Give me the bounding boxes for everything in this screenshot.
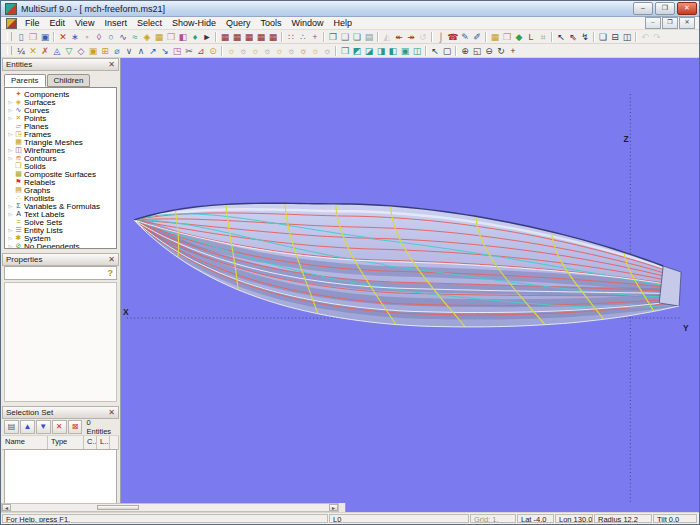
selection-set-list[interactable] [4,449,117,505]
toggle-cube-button[interactable]: ❒ [501,31,513,43]
redo-button[interactable]: ↷ [651,31,663,43]
shrink-curve-button[interactable]: ↘ [159,45,171,57]
insert-point-button[interactable]: ∗ [69,31,81,43]
insert-curve-button[interactable]: ∿ [117,31,129,43]
snap-points-button[interactable]: ∴ [297,31,309,43]
library-button[interactable]: ▤ [363,31,375,43]
display-wireframe-button[interactable]: ❒ [339,45,351,57]
insert-contour-button[interactable]: ♦ [189,31,201,43]
front-view-button[interactable]: ▦ [219,31,231,43]
menu-show-hide[interactable]: Show-Hide [167,17,221,29]
minimize-button[interactable]: – [633,2,653,15]
upper-bound-button[interactable]: ∧ [135,45,147,57]
insert-snake-button[interactable]: ≈ [129,31,141,43]
next-entity-button[interactable]: ↠ [405,31,417,43]
child-close-button[interactable]: ✕ [679,17,695,29]
edit-curve-button[interactable]: ✎ [459,31,471,43]
menu-query[interactable]: Query [221,17,256,29]
move-up-button[interactable]: ▲ [20,420,35,434]
tile-vertical-button[interactable]: ◫ [621,31,633,43]
tree-item-no-dependents[interactable]: ▷⊘No Dependents [7,242,116,249]
tab-parents[interactable]: Parents [4,74,46,87]
display-rendered-button[interactable]: ◨ [375,45,387,57]
expand-icon[interactable]: ▷ [7,115,14,121]
rotate-view-button[interactable]: ↻ [495,45,507,57]
zoom-out-button[interactable]: ⊖ [483,45,495,57]
hide-children-button[interactable]: ☼ [285,45,297,57]
intersection-point-button[interactable]: ✗ [39,45,51,57]
contact-support-button[interactable]: ☎ [447,31,459,43]
hide-all-button[interactable]: ☼ [237,45,249,57]
insert-solid-button[interactable]: ❒ [165,31,177,43]
properties-close-icon[interactable]: ✕ [108,256,115,264]
toggle-mesh-button[interactable]: ▦ [489,31,501,43]
selection-set-close-icon[interactable]: ✕ [108,409,115,417]
pan-view-button[interactable]: + [507,45,519,57]
restore-button[interactable]: ❐ [655,2,675,15]
zoom-window-button[interactable]: ◱ [471,45,483,57]
display-shaded-button[interactable]: ◪ [363,45,375,57]
tab-children[interactable]: Children [47,74,91,87]
sub-curve-button[interactable]: ▽ [63,45,75,57]
scroll-left-icon[interactable]: ◄ [2,504,11,511]
pick-entity-button[interactable]: ► [201,31,213,43]
expanded-surface-button[interactable]: ⊞ [99,45,111,57]
menu-edit[interactable]: Edit [45,17,71,29]
snap-origin-button[interactable]: + [309,31,321,43]
insert-magnet-button[interactable]: ◊ [93,31,105,43]
toggle-labels-button[interactable]: L [525,31,537,43]
four-view-button[interactable]: ▦ [267,31,279,43]
hide-selected-button[interactable]: ☼ [321,45,333,57]
close-button[interactable]: ✕ [677,2,697,15]
side-view-button[interactable]: ▦ [231,31,243,43]
selection-list-button[interactable]: ▤ [4,420,19,434]
insert-composite-button[interactable]: ◧ [177,31,189,43]
expand-icon[interactable]: ▷ [7,131,14,137]
offset-curve-button[interactable]: ⌀ [111,45,123,57]
move-down-button[interactable]: ▼ [36,420,51,434]
menu-window[interactable]: Window [286,17,328,29]
expand-icon[interactable]: ▷ [7,147,14,153]
insert-mesh-button[interactable]: ▦ [153,31,165,43]
show-parents-button[interactable]: ☼ [249,45,261,57]
expand-icon[interactable]: ▷ [7,227,14,233]
tangent-point-button[interactable]: ✕ [27,45,39,57]
column-header-l[interactable]: L... [97,436,110,449]
properties-help-icon[interactable]: ? [108,268,117,278]
remove-from-selection-button[interactable]: ✕ [52,420,67,434]
3d-viewport[interactable]: Z X Y [120,58,699,505]
extend-curve-button[interactable]: ↗ [147,45,159,57]
expand-icon[interactable]: ▷ [7,243,14,249]
display-split-button[interactable]: ◫ [411,45,423,57]
expand-icon[interactable]: ▷ [7,203,14,209]
entities-close-icon[interactable]: ✕ [108,61,115,69]
show-selected-button[interactable]: ☼ [309,45,321,57]
flip-normal-button[interactable]: ◭ [381,31,393,43]
duplicate-entities-button[interactable]: ❏ [351,31,363,43]
menu-select[interactable]: Select [132,17,167,29]
menu-tools[interactable]: Tools [255,17,286,29]
relabel-curve-button[interactable]: ⊿ [195,45,207,57]
edit-surface-button[interactable]: ✐ [471,31,483,43]
expand-icon[interactable]: ▷ [7,99,14,105]
scale-quarter-button[interactable]: ¼ [15,45,27,57]
reframe-button[interactable]: ↺ [417,31,429,43]
lower-bound-button[interactable]: ∨ [123,45,135,57]
zoom-in-button[interactable]: ⊕ [459,45,471,57]
cascade-windows-button[interactable]: ❏ [597,31,609,43]
insert-bead-button[interactable]: ◦ [81,31,93,43]
insert-surface-button[interactable]: ◈ [141,31,153,43]
insert-ring-button[interactable]: ○ [105,31,117,43]
trim-button[interactable]: ✂ [183,45,195,57]
expand-icon[interactable]: ▷ [7,211,14,217]
projected-curve-button[interactable]: ◬ [51,45,63,57]
child-restore-button[interactable]: ❐ [662,17,678,29]
center-point-button[interactable]: ⊙ [207,45,219,57]
menu-file[interactable]: File [20,17,45,29]
display-hidden-line-button[interactable]: ◩ [351,45,363,57]
column-header-c[interactable]: C... [84,436,97,449]
snap-grid-button[interactable]: ∷ [285,31,297,43]
select-visible-button[interactable]: ↖ [429,45,441,57]
scroll-thumb[interactable] [97,505,139,510]
delete-entity-button[interactable]: ✕ [57,31,69,43]
